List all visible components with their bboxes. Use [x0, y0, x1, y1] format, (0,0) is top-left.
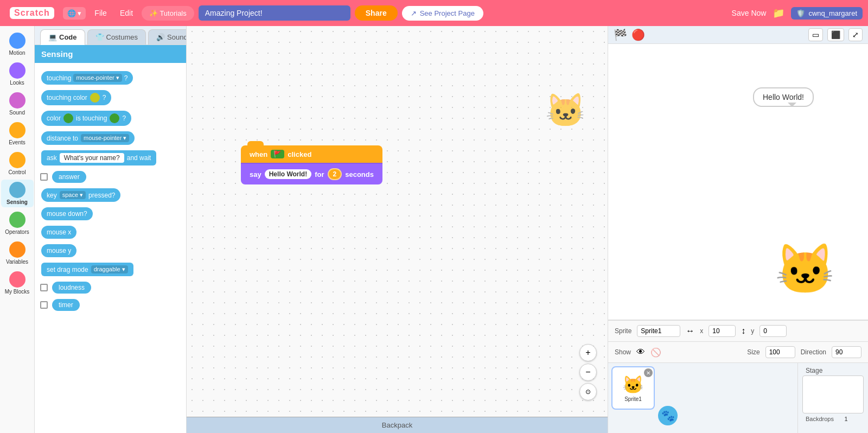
sensing-label: Sensing [7, 199, 28, 205]
right-panel: 🏁 🔴 ▭ ⬛ ⤢ Hello World! 🐱 Sprite ↔ [608, 26, 868, 433]
stage-canvas: Hello World! 🐱 [608, 44, 868, 320]
user-badge[interactable]: 🛡️ cwnq_margaret [791, 7, 863, 20]
share-button[interactable]: Share [355, 5, 398, 21]
sprite-stage-row: ✕ 🐱 Sprite1 🐾 Stage Backdrops 1 [608, 362, 868, 433]
action-block[interactable]: say Hello World! for 2 seconds [241, 163, 382, 184]
see-project-icon: ↗ [411, 9, 417, 17]
sprite-x-input[interactable] [709, 325, 736, 337]
block-key-pressed[interactable]: key space ▾ pressed? [40, 187, 181, 203]
myblocks-dot [9, 271, 25, 288]
hat-notch [247, 141, 264, 147]
distance-dropdown[interactable]: mouse-pointer ▾ [81, 134, 129, 142]
tab-sounds[interactable]: 🔊 Sounds [148, 29, 187, 44]
block-loudness[interactable]: loudness [40, 280, 181, 295]
show-visible-button[interactable]: 👁 [636, 347, 645, 357]
see-project-button[interactable]: ↗ See Project Page [402, 6, 483, 21]
backpack-bar[interactable]: Backpack [187, 417, 608, 433]
scratch-cat-sprite: 🐱 [775, 241, 835, 298]
block-color-touching[interactable]: color is touching ? [40, 109, 181, 128]
block-ask[interactable]: ask What's your name? and wait [40, 149, 181, 167]
sidebar-item-motion[interactable]: Motion [1, 30, 34, 58]
sidebar-item-myblocks[interactable]: My Blocks [1, 269, 34, 297]
sprite-y-input[interactable] [760, 325, 787, 337]
touching-dropdown[interactable]: mouse-pointer ▾ [73, 74, 122, 82]
answer-checkbox[interactable] [40, 173, 48, 181]
stage-toolbar: 🏁 🔴 ▭ ⬛ ⤢ [608, 26, 868, 44]
events-label: Events [9, 139, 25, 145]
block-distance-to[interactable]: distance to mouse-pointer ▾ [40, 130, 181, 147]
top-tabs: 💻 Code 👕 Costumes 🔊 Sounds [35, 26, 186, 45]
zoom-out-button[interactable]: − [579, 364, 597, 381]
color-swatch-yellow[interactable] [90, 93, 100, 103]
sound-dot [9, 92, 25, 109]
canvas-block-group[interactable]: when 🚩 clicked say Hello World! for 2 se… [241, 145, 382, 184]
sprite-tile-sprite1[interactable]: ✕ 🐱 Sprite1 [611, 366, 655, 410]
sidebar-item-operators[interactable]: Operators [1, 209, 34, 237]
scratch-logo[interactable]: Scratch [5, 5, 59, 21]
show-hidden-button[interactable]: 🚫 [650, 347, 661, 358]
block-timer[interactable]: timer [40, 297, 181, 313]
full-stage-button[interactable]: ⬛ [827, 28, 844, 41]
topbar-right: Save Now 📁 🛡️ cwnq_margaret [732, 7, 863, 20]
zoom-reset-button[interactable]: ⊙ [579, 383, 597, 400]
block-touching-color[interactable]: touching color ? [40, 88, 181, 107]
sidebar-item-variables[interactable]: Variables [1, 239, 34, 267]
code-icon: 💻 [48, 33, 57, 41]
sidebar-item-sound[interactable]: Sound [1, 90, 34, 118]
blocks-panel: 💻 Code 👕 Costumes 🔊 Sounds Sensing touch… [35, 26, 187, 433]
timer-checkbox[interactable] [40, 301, 48, 309]
canvas-sprite: 🐱 [545, 91, 586, 130]
tab-costumes[interactable]: 👕 Costumes [87, 29, 146, 44]
hat-block[interactable]: when 🚩 clicked [241, 145, 382, 163]
bottom-panel: Sprite ↔ x ↕ y Show 👁 🚫 Size Direction [608, 320, 868, 433]
tab-code[interactable]: 💻 Code [40, 29, 85, 45]
globe-button[interactable]: 🌐 ▾ [63, 7, 86, 20]
block-mouse-down[interactable]: mouse down? [40, 206, 181, 222]
user-shield-icon: 🛡️ [796, 9, 805, 17]
variables-dot [9, 241, 25, 258]
stage-thumb-area[interactable] [802, 375, 864, 413]
block-mouse-y[interactable]: mouse y [40, 243, 181, 259]
project-name-input[interactable] [199, 5, 350, 21]
hello-world-bubble: Hello World! [753, 87, 814, 107]
fullscreen-button[interactable]: ⤢ [848, 28, 863, 41]
ask-input[interactable]: What's your name? [60, 153, 124, 163]
color-swatch-green[interactable] [110, 113, 119, 123]
folder-icon[interactable]: 📁 [773, 7, 784, 19]
block-mouse-x[interactable]: mouse x [40, 224, 181, 240]
sprite-name-input[interactable] [637, 325, 680, 337]
zoom-in-button[interactable]: + [579, 344, 597, 361]
small-stage-button[interactable]: ▭ [808, 28, 823, 41]
sprite-size-input[interactable] [765, 346, 795, 358]
sensing-blocks: touching mouse-pointer ▾ ? touching colo… [35, 63, 186, 319]
sprite-info-2: Show 👁 🚫 Size Direction [608, 341, 868, 362]
tutorials-button[interactable]: ✨ Tutorials [142, 6, 194, 21]
sensing-dot [9, 182, 25, 198]
zoom-controls: + − ⊙ [579, 344, 597, 400]
add-sprite-button[interactable]: 🐾 [658, 406, 678, 425]
sprite-direction-input[interactable] [832, 346, 861, 358]
green-flag-button[interactable]: 🏁 [614, 28, 627, 41]
edit-menu[interactable]: Edit [116, 7, 137, 20]
events-dot [9, 122, 25, 138]
sidebar-item-looks[interactable]: Looks [1, 60, 34, 88]
color-swatch-dark-green[interactable] [63, 113, 73, 123]
save-now-button[interactable]: Save Now [732, 9, 767, 17]
control-label: Control [8, 169, 25, 175]
say-input[interactable]: Hello World! [265, 169, 311, 179]
motion-label: Motion [9, 50, 25, 56]
sidebar-item-sensing[interactable]: Sensing [1, 180, 34, 207]
script-area[interactable]: 🐱 when 🚩 clicked say Hello World! for 2 … [187, 26, 608, 433]
drag-dropdown[interactable]: draggable ▾ [91, 265, 128, 273]
sprite-delete-button[interactable]: ✕ [644, 368, 653, 377]
block-answer[interactable]: answer [40, 169, 181, 184]
block-touching[interactable]: touching mouse-pointer ▾ ? [40, 69, 181, 86]
sidebar-item-control[interactable]: Control [1, 150, 34, 177]
sidebar-item-events[interactable]: Events [1, 120, 34, 148]
file-menu[interactable]: File [90, 7, 111, 20]
loudness-checkbox[interactable] [40, 284, 48, 291]
key-dropdown[interactable]: space ▾ [60, 191, 86, 199]
red-stop-button[interactable]: 🔴 [631, 28, 645, 41]
seconds-input[interactable]: 2 [328, 168, 342, 180]
block-set-drag-mode[interactable]: set drag mode draggable ▾ [40, 261, 181, 278]
